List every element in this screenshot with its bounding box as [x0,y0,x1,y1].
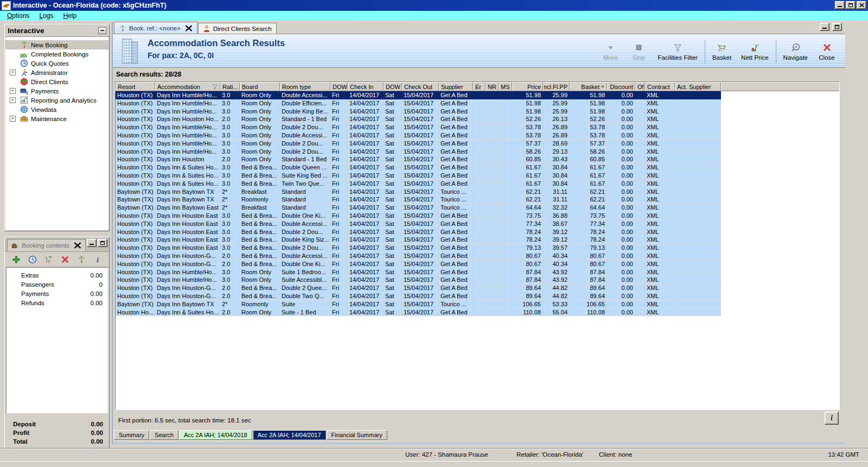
info-button[interactable]: i [825,412,839,425]
sidebar-item-completed-bookings[interactable]: Completed Bookings [5,49,108,59]
table-row[interactable]: Houston (TX)Days Inn Houston East3.0Bed … [116,212,839,220]
table-row[interactable]: Houston (TX)Days Inn Humble/Ho...3.0Room… [116,140,839,148]
col-header-board[interactable]: Board [240,82,280,91]
close-button[interactable] [857,1,866,9]
more-button[interactable]: More [596,41,624,62]
col-header-basket[interactable]: Basket [570,82,607,91]
col-header-of[interactable]: Of [635,82,645,91]
col-header-er[interactable]: Er [473,82,486,91]
tab-direct-clients-search[interactable]: Direct Clients Search [198,23,277,34]
table-row[interactable]: Houston (TX)Days Inn & Suites Ho...3.0Be… [116,172,839,180]
table-row[interactable]: Houston (TX)Days Inn Humble/Ho...3.0Room… [116,91,839,99]
delete-button[interactable] [61,255,69,264]
clock-button[interactable] [28,255,37,264]
cell-resort: Baytown (TX) [116,204,155,212]
col-header-price[interactable]: Price [512,82,543,91]
table-row[interactable]: Houston (TX)Days Inn Houston2.0Room Only… [116,155,839,163]
table-row[interactable]: Houston (TX)Days Inn Houston-G...2.0Bed … [116,260,839,268]
menu-options[interactable]: Options [2,11,34,20]
table-row[interactable]: Houston (TX)Days Inn Houston East3.0Bed … [116,228,839,236]
col-header-check_out[interactable]: Check Out [402,82,439,91]
col-header-act_supplier[interactable]: Act. Supplier [675,82,721,91]
restore-button[interactable] [846,1,856,9]
stop-button[interactable]: Stop [624,41,653,62]
table-row[interactable]: Houston (TX)Days Inn & Suites Ho...3.0Be… [116,163,839,172]
col-header-dow_out[interactable]: DOW [384,82,402,91]
bottom-tab-acc-2a-iah-14-04-2018[interactable]: Acc 2A IAH; 14/04/2018 [179,430,252,440]
table-row[interactable]: Houston (TX)Days Inn & Suites Ho...3.0Be… [116,180,839,188]
sidebar-item-maintenance[interactable]: +Maintenance [5,114,108,123]
table-row[interactable]: Houston (TX)Days Inn Houston East3.0Bed … [116,220,839,228]
sidebar-item-viewdata[interactable]: Viewdata [5,105,108,114]
table-row[interactable]: Baytown (TX)Days Inn Baytown TX2*Roomonl… [116,195,839,204]
close-tab-icon[interactable] [74,242,81,249]
sidebar-item-reporting-and-analytics[interactable]: +Reporting and Analytics [5,96,108,105]
col-header-dow_in[interactable]: DOW [330,82,348,91]
table-row[interactable]: Baytown (TX)Days Inn Baytown East2*Break… [116,204,839,212]
maximize-panel-button[interactable] [98,239,107,247]
menu-help[interactable]: Help [58,11,81,20]
close-button[interactable]: Close [813,41,841,62]
table-row[interactable]: Houston (TX)Days Inn Houston Ho...2.0Roo… [116,115,839,123]
add-button[interactable] [12,255,21,264]
bottom-tab-summary[interactable]: Summary [114,430,149,440]
col-header-rating[interactable]: Rati... [220,82,240,91]
palm-button[interactable] [77,255,86,264]
expand-plus-icon[interactable]: + [10,88,16,94]
booking-contents-tab[interactable]: Booking contents [7,239,86,251]
table-row[interactable]: Houston (TX)Days Inn Humble/Ho...3.0Room… [116,268,839,276]
table-row[interactable]: Houston (TX)Days Inn Humble/Ho...3.0Room… [116,123,839,131]
col-header-accommodation[interactable]: Accommodation [155,82,220,91]
table-row[interactable]: Houston Ho...Days Inn & Suites Ho...2.0R… [116,308,839,317]
col-header-nr[interactable]: NR [486,82,499,91]
table-row[interactable]: Houston (TX)Days Inn Houston East3.0Bed … [116,236,839,244]
sidebar-item-payments[interactable]: +$Payments [5,86,108,96]
table-row[interactable]: Houston (TX)Days Inn Humble/Ho...3.0Room… [116,99,839,108]
col-header-resort[interactable]: Resort [116,82,155,91]
sidebar-item-new-booking[interactable]: New Booking [5,40,108,49]
document-tab-strip: Book. ref.: <none>Direct Clients Search [113,22,845,34]
collapse-panel-button[interactable] [98,27,106,34]
filter-icon[interactable] [212,84,218,90]
table-row[interactable]: Baytown (TX)Days Inn Baytown TX2*Roomonl… [116,300,839,308]
table-row[interactable]: Baytown (TX)Days Inn Baytown TX2*Breakfa… [116,188,839,196]
table-row[interactable]: Houston (TX)Days Inn Humble/Ho...3.0Room… [116,131,839,140]
close-tab-icon[interactable] [185,24,193,32]
cart-button[interactable] [44,255,53,264]
expand-plus-icon[interactable]: + [10,116,16,122]
expand-plus-icon[interactable]: + [10,97,16,103]
table-row[interactable]: Houston (TX)Days Inn Houston-G...2.0Bed … [116,284,839,292]
col-header-check_in[interactable]: Check In [348,82,384,91]
sidebar-item-direct-clients[interactable]: Direct Clients [5,77,108,86]
minimize-button[interactable] [835,1,845,9]
facilities-filter-button[interactable]: Facilities Filter [653,41,702,62]
menu-logs[interactable]: Logs [34,11,58,20]
maximize-panel-button[interactable] [832,23,842,31]
table-row[interactable]: Houston (TX)Days Inn Humble/Ho...3.0Room… [116,108,839,116]
table-row[interactable]: Houston (TX)Days Inn Humble/Ho...3.0Room… [116,276,839,284]
bottom-tab-search[interactable]: Search [150,430,178,440]
basket-button[interactable]: Basket [707,41,736,62]
nett-price-button[interactable]: Nett Price [736,41,774,62]
table-row[interactable]: Houston (TX)Days Inn Humble/Ho...3.0Room… [116,148,839,156]
col-header-ms[interactable]: MS [499,82,512,91]
col-header-incl_fl_pp[interactable]: Incl.Fl.PP [543,82,570,91]
navigate-button[interactable]: Navigate [778,41,813,62]
bottom-tab-acc-2a-iah-14-04-2017[interactable]: Acc 2A IAH; 14/04/2017 [253,430,326,440]
col-header-room_type[interactable]: Room type [280,82,330,91]
col-header-discount[interactable]: Discount [607,82,635,91]
info-button[interactable]: i [93,255,102,264]
tab-book-ref-none[interactable]: Book. ref.: <none> [114,22,197,34]
sidebar-item-administrator[interactable]: +Administrator [5,68,108,77]
minimize-panel-button[interactable] [87,239,97,247]
col-header-supplier[interactable]: Supplier [439,82,473,91]
bottom-tab-financial-summary[interactable]: Financial Summary [327,430,387,440]
sidebar-item-quick-quotes[interactable]: Quick Quotes [5,59,108,68]
table-row[interactable]: Houston (TX)Days Inn Houston East3.0Bed … [116,244,839,252]
col-header-contract[interactable]: Contract [645,82,675,91]
minimize-panel-button[interactable] [820,23,829,31]
table-row[interactable]: Houston (TX)Days Inn Houston-G...2.0Bed … [116,252,839,260]
cell-resort: Houston (TX) [116,155,155,163]
table-row[interactable]: Houston (TX)Days Inn Houston-G...2.0Bed … [116,292,839,300]
expand-plus-icon[interactable]: + [10,70,16,75]
